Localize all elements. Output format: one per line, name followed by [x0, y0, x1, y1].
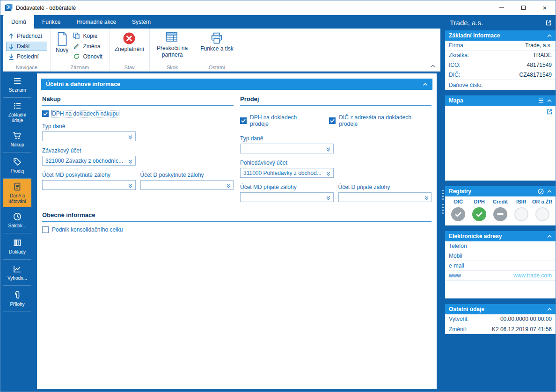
sidebar-item-prilohy[interactable]: Přílohy [3, 286, 31, 312]
checkbox-dph-nakup[interactable]: DPH na dokladech nákupu [42, 110, 234, 117]
checkbox-label: DPH na dokladech nákupu [52, 110, 119, 117]
circle-check-icon[interactable] [538, 189, 544, 195]
chevron-up-icon[interactable] [547, 190, 552, 193]
sidebar-item-seznam[interactable]: Seznam [3, 72, 31, 98]
maximize-button[interactable] [512, 0, 534, 15]
posledni-button[interactable]: Poslední [6, 52, 47, 61]
dalsi-button[interactable]: Další [6, 42, 47, 51]
funkce-a-tisk-button[interactable]: Funkce a tisk [198, 30, 236, 52]
checkbox-box[interactable] [329, 117, 336, 124]
tab-funkce[interactable]: Funkce [34, 15, 68, 29]
zmena-button[interactable]: Změna [72, 42, 106, 51]
new-document-icon [57, 32, 68, 46]
ucet-d-prijate-combo[interactable] [338, 192, 432, 202]
info-row-vytvoril: Vytvořil:00.00.0000 00:00:00 [445, 314, 556, 324]
preskocit-na-partnera-button[interactable]: Přeskočit na partnera [153, 30, 192, 58]
checkbox-dph-prodej[interactable]: DPH na dokladech prodeje [240, 114, 317, 127]
combo-dropdown-icon[interactable] [423, 194, 430, 201]
section-nakup: Nákup DPH na dokladech nákupu Typ daně Z… [42, 95, 234, 202]
field-label-zavazkovy-ucet: Závazkový účet [42, 147, 234, 154]
ribbon-group-skok: Přeskočit na partnera Skok [150, 29, 195, 71]
arrow-down-icon [8, 44, 14, 50]
title-bar: Dodavatelé - odběratelé × [0, 0, 556, 15]
combo-dropdown-icon[interactable] [325, 169, 332, 177]
checkbox-box[interactable] [42, 226, 49, 233]
pohledavkovy-ucet-combo[interactable]: 311000 Pohledávky z obchod... [240, 168, 334, 178]
novy-button[interactable]: Nový [53, 30, 71, 61]
registry-status-dph[interactable] [472, 207, 486, 221]
checkbox-box[interactable] [42, 110, 49, 117]
panel-header-ucetni-danove[interactable]: Účetní a daňové informace [41, 79, 432, 90]
combo-dropdown-icon[interactable] [325, 145, 332, 152]
section-header-zakladni[interactable]: Základní informace [445, 30, 556, 41]
ucet-d-poskytnute-combo[interactable] [140, 180, 234, 190]
tab-hromadne-akce[interactable]: Hromadné akce [68, 15, 124, 29]
typ-dane-prodej-combo[interactable] [240, 144, 334, 153]
zneplatneni-button[interactable]: Zneplatnění [112, 30, 146, 53]
arrow-down-bar-icon [8, 54, 14, 60]
chevron-up-icon[interactable] [547, 308, 552, 311]
splitter-handle[interactable] [442, 204, 444, 214]
section-header-registry[interactable]: Registry [445, 186, 556, 196]
right-panel: Trade, a.s. Základní informace Firma:Tra… [445, 15, 556, 389]
section-title-obecne: Obecné informace [42, 211, 432, 222]
typ-dane-nakup-combo[interactable] [42, 131, 136, 141]
tab-domu[interactable]: Domů [3, 15, 34, 29]
field-label-typ-dane-prodej: Typ daně [240, 135, 432, 142]
section-zakladni-informace: Základní informace Firma:Trade, a.s. Zkr… [445, 30, 556, 90]
obnovit-button[interactable]: Obnovit [72, 52, 106, 61]
map-popout-icon[interactable] [546, 109, 553, 115]
section-ostatni-udaje: Ostatní údaje Vytvořil:00.00.0000 00:00:… [445, 304, 556, 334]
ribbon: Předchozí Další Poslední Navigace [3, 29, 440, 72]
ucet-md-poskytnute-combo[interactable] [42, 180, 136, 190]
combo-dropdown-icon[interactable] [325, 194, 332, 201]
collapse-chevron-icon[interactable] [423, 83, 428, 86]
combo-dropdown-icon[interactable] [225, 181, 232, 189]
section-header-mapa[interactable]: Mapa [445, 95, 556, 106]
combo-dropdown-icon[interactable] [127, 157, 134, 165]
registry-status-credit[interactable] [493, 207, 507, 221]
registry-status-dic[interactable] [451, 207, 465, 221]
sidebar-item-doklady[interactable]: Doklady [3, 233, 31, 260]
sidebar-item-prodej[interactable]: Prodej [3, 152, 31, 179]
zavazkovy-ucet-combo[interactable]: 321000 Závazky z obchodníc... [42, 156, 136, 166]
menu-icon[interactable] [538, 98, 544, 103]
section-title-prodej: Prodej [240, 95, 432, 106]
map-area [445, 106, 556, 181]
combo-dropdown-icon[interactable] [127, 133, 134, 140]
chevron-up-icon[interactable] [547, 34, 552, 37]
sidebar-item-nakup[interactable]: Nákup [3, 126, 31, 152]
splitter-handle[interactable] [442, 190, 444, 200]
section-header-adresy[interactable]: Elektronické adresy [445, 231, 556, 241]
tab-system[interactable]: Systém [124, 15, 159, 29]
section-header-ostatni[interactable]: Ostatní údaje [445, 304, 556, 314]
checkbox-dic-adresat[interactable]: DIČ z adresáta na dokladech prodeje [329, 114, 432, 127]
kopie-button[interactable]: Kopie [72, 31, 106, 40]
window-title: Dodavatelé - odběratelé [16, 5, 76, 11]
registry-status-or-zr[interactable] [535, 207, 549, 221]
predchozi-button[interactable]: Předchozí [6, 31, 47, 41]
sidebar-item-dane-a-uctovani[interactable]: Daně a účtování [3, 179, 31, 207]
field-label-ucet-md-prijate: Účet MD přijaté zálohy [240, 184, 334, 190]
close-button[interactable]: × [534, 0, 556, 15]
ucet-md-prijate-combo[interactable] [240, 192, 334, 202]
field-label-ucet-md-poskytnute: Účet MD poskytnuté zálohy [42, 172, 136, 178]
popout-icon[interactable] [545, 20, 552, 26]
chevron-up-icon[interactable] [547, 99, 552, 102]
close-icon: × [543, 4, 547, 11]
combo-dropdown-icon[interactable] [127, 181, 134, 189]
chevron-up-icon[interactable] [547, 235, 552, 238]
minimize-button[interactable] [491, 0, 512, 15]
www-link[interactable]: www.trade.com [513, 272, 552, 279]
checkbox-box[interactable] [240, 117, 247, 124]
section-elektronicke-adresy: Elektronické adresy Telefon Mobil e-mail… [445, 231, 556, 298]
sidebar-item-saldokonto[interactable]: Saldok... [3, 207, 31, 233]
sidebar-item-zakladni-udaje[interactable]: Základní údaje [3, 98, 31, 126]
sidebar-item-vyhodnoceni[interactable]: Vyhodn... [3, 260, 31, 286]
ribbon-group-ostatni: Funkce a tisk Ostatní [195, 29, 239, 71]
ribbon-collapse-button[interactable] [429, 63, 437, 69]
checkbox-podnik-konsolidacniho-celku[interactable]: Podnik konsolidačního celku [42, 226, 432, 233]
registry-status-isir[interactable] [514, 207, 528, 221]
panel-splitter[interactable] [440, 15, 445, 389]
checkbox-label: DPH na dokladech prodeje [250, 114, 317, 127]
